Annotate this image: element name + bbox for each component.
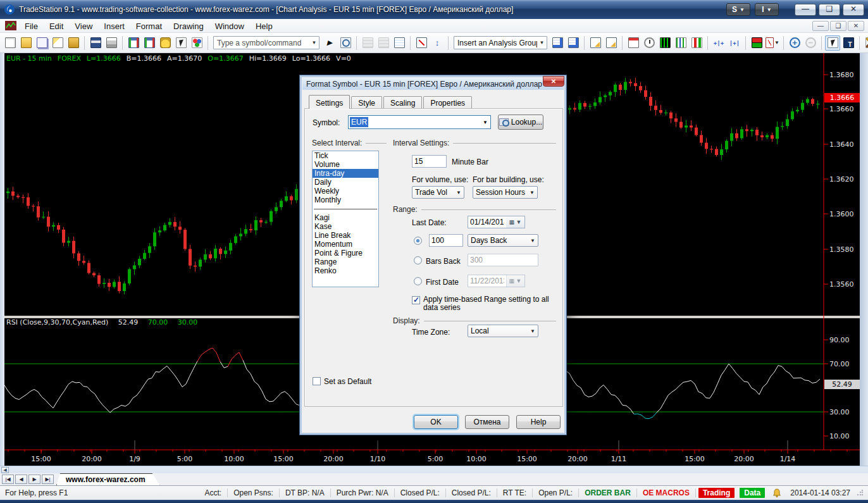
increase-spacing-icon[interactable] [711,35,726,51]
child-restore-button[interactable]: ❑ [830,21,846,31]
time-frame-icon[interactable] [642,35,657,51]
chevron-down-icon[interactable]: ▼ [527,190,537,196]
strategy-icon[interactable] [863,35,868,51]
run-command-icon[interactable] [322,35,337,51]
format-window-icon[interactable] [604,35,619,51]
scroll-left-icon[interactable]: ◀ [1,467,9,473]
chevron-down-icon[interactable]: ▼ [528,328,538,334]
sort-icon[interactable] [430,35,445,51]
interval-option[interactable]: Kagi [313,213,378,222]
prev-workspace-icon[interactable]: ◀ [15,475,27,484]
days-back-radio[interactable] [414,237,422,245]
analysis-group-combo[interactable]: Insert an Analysis Group▼ [454,36,547,49]
print-icon[interactable] [104,35,119,51]
interval-option[interactable]: Point & Figure [313,249,378,258]
tab-properties[interactable]: Properties [423,96,472,108]
sessions-icon[interactable] [626,35,641,51]
child-close-button[interactable]: ✕ [848,21,864,31]
decrease-spacing-icon[interactable] [727,35,742,51]
symbol-combo[interactable]: EUR ▼ [348,115,491,129]
days-back-count-input[interactable] [429,234,463,247]
menu-format[interactable]: Format [130,20,168,32]
horizontal-scrollbar[interactable]: ◀ [0,466,868,473]
oe-macros-status[interactable]: OE MACROS [637,488,696,497]
bars-back-radio[interactable] [414,256,422,264]
interval-option[interactable]: Intra-day [313,169,378,178]
menu-insert[interactable]: Insert [98,20,130,32]
volume-style-icon[interactable] [657,35,673,51]
menu-edit[interactable]: Edit [44,20,69,32]
chevron-down-icon[interactable]: ▼ [528,238,538,244]
menu-view[interactable]: View [69,20,98,32]
last-date-input[interactable] [468,216,507,228]
data-status-badge[interactable]: Data [740,488,765,498]
symbol-lookup-icon[interactable] [338,35,353,51]
dialog-close-icon[interactable]: ✕ [543,76,564,87]
lock-icon[interactable] [158,35,173,51]
menu-file[interactable]: File [19,20,44,32]
close-workspace-icon[interactable] [66,35,81,51]
interval-option[interactable]: Momentum [313,240,378,249]
time-zone-combo[interactable]: Local▼ [468,325,538,337]
open-icon[interactable] [18,35,34,51]
format-symbol-icon[interactable] [588,35,603,51]
order-bar-status[interactable]: ORDER BAR [579,488,637,497]
bar-building-combo[interactable]: Session Hours▼ [473,186,538,199]
last-workspace-icon[interactable]: ▶| [42,475,54,484]
workspace-tab[interactable]: www.forex-warez.com [56,473,160,485]
chevron-down-icon[interactable]: ▼ [774,40,779,46]
days-back-unit-combo[interactable]: Days Back▼ [468,234,538,247]
first-workspace-icon[interactable]: |◀ [2,475,14,484]
strategy-network-button[interactable]: S▼ [726,3,750,16]
colors-icon[interactable] [189,35,204,51]
chevron-down-icon[interactable]: ▼ [309,37,319,49]
chevron-down-icon[interactable]: ▼ [537,37,547,49]
minimize-button[interactable]: — [795,4,816,16]
child-minimize-button[interactable]: — [812,21,829,31]
resize-grip[interactable] [857,490,863,496]
drawing-tools-icon[interactable]: ▼ [765,35,780,51]
help-button[interactable]: Help [516,415,561,429]
vertical-scrollbar[interactable] [860,53,868,466]
paste-icon[interactable] [50,35,65,51]
trading-status-badge[interactable]: Trading [698,488,735,498]
next-window-icon[interactable] [142,35,157,51]
menu-help[interactable]: Help [250,20,278,32]
interval-option[interactable]: Range [313,258,378,266]
chevron-down-icon[interactable]: ▼ [454,190,464,196]
edit-analysis-icon[interactable] [566,35,581,51]
tab-style[interactable]: Style [351,96,382,108]
interval-option[interactable]: Line Break [313,231,378,240]
candle-style-icon[interactable] [689,35,704,51]
interval-option[interactable]: Weekly [313,187,378,196]
prev-window-icon[interactable] [126,35,141,51]
pointer-icon[interactable] [825,35,840,51]
zoom-in-icon[interactable] [787,35,802,51]
restore-button[interactable]: ❑ [819,4,840,16]
symbol-command-combo[interactable]: Type a symbol/command▼ [213,36,319,49]
research-icon[interactable] [392,35,407,51]
symbol-command-combo-value[interactable]: Type a symbol/command [214,39,309,47]
lookup-button[interactable]: Lookup... [498,115,543,130]
new-document-icon[interactable] [3,35,18,51]
menu-window[interactable]: Window [209,20,250,32]
save-icon[interactable] [88,35,103,51]
open-workspace-icon[interactable] [34,35,49,51]
add-analysis-icon[interactable] [550,35,565,51]
interval-option[interactable]: Monthly [313,196,378,204]
ok-button[interactable]: OK [414,415,458,429]
interval-option[interactable]: Tick [313,151,378,160]
chart-analysis-icon[interactable] [414,35,429,51]
intelligence-button[interactable]: I▼ [755,3,779,16]
text-drawing-icon[interactable] [841,35,856,51]
close-button[interactable]: ✕ [843,4,864,16]
apply-range-checkbox[interactable] [412,296,420,304]
interval-option[interactable]: Daily [313,178,378,187]
tab-settings[interactable]: Settings [309,95,350,109]
cancel-button[interactable]: Отмена [465,415,509,429]
bar-style-icon[interactable] [673,35,688,51]
chevron-down-icon[interactable]: ▼ [480,120,490,125]
minutes-input[interactable] [412,155,447,168]
volume-source-combo[interactable]: Trade Vol▼ [412,186,464,199]
next-workspace-icon[interactable]: ▶ [28,475,40,484]
